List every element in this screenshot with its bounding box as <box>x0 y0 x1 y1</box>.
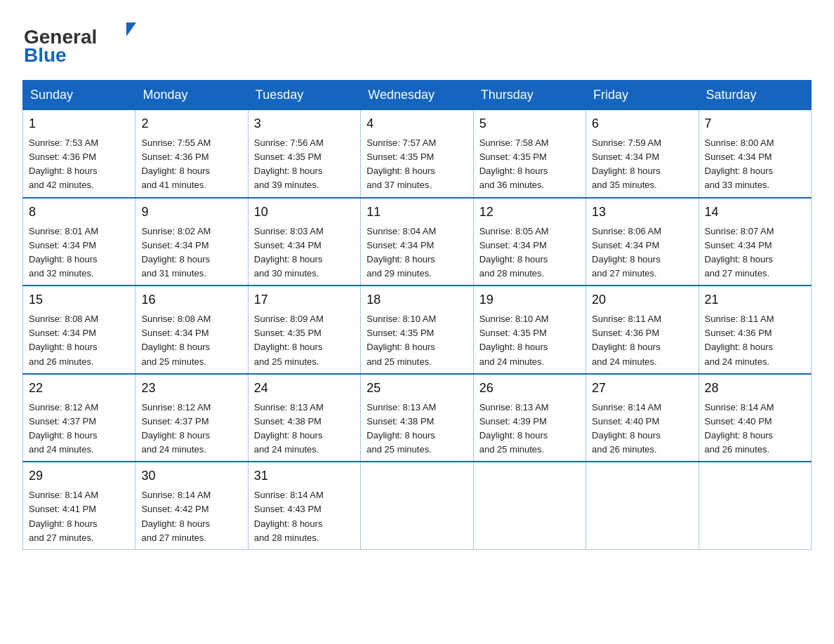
calendar-cell: 28Sunrise: 8:14 AMSunset: 4:40 PMDayligh… <box>699 374 811 462</box>
day-info: Sunrise: 8:07 AMSunset: 4:34 PMDaylight:… <box>705 224 805 281</box>
calendar-cell: 12Sunrise: 8:05 AMSunset: 4:34 PMDayligh… <box>473 198 585 286</box>
day-number: 24 <box>254 379 355 398</box>
calendar-cell: 5Sunrise: 7:58 AMSunset: 4:35 PMDaylight… <box>473 110 585 198</box>
calendar-cell: 31Sunrise: 8:14 AMSunset: 4:43 PMDayligh… <box>248 462 360 549</box>
calendar-week-row: 22Sunrise: 8:12 AMSunset: 4:37 PMDayligh… <box>23 374 812 462</box>
calendar-cell <box>361 462 473 549</box>
day-info: Sunrise: 8:13 AMSunset: 4:38 PMDaylight:… <box>366 401 467 457</box>
day-info: Sunrise: 8:00 AMSunset: 4:34 PMDaylight:… <box>705 136 805 193</box>
calendar-cell: 25Sunrise: 8:13 AMSunset: 4:38 PMDayligh… <box>361 374 473 462</box>
day-number: 14 <box>705 203 805 222</box>
day-number: 17 <box>254 290 355 309</box>
calendar-week-row: 1Sunrise: 7:53 AMSunset: 4:36 PMDaylight… <box>23 110 812 198</box>
calendar-cell: 11Sunrise: 8:04 AMSunset: 4:34 PMDayligh… <box>361 198 473 286</box>
calendar-cell: 15Sunrise: 8:08 AMSunset: 4:34 PMDayligh… <box>23 286 135 374</box>
col-header-thursday: Thursday <box>473 81 585 110</box>
svg-text:Blue: Blue <box>24 44 67 66</box>
day-info: Sunrise: 8:13 AMSunset: 4:38 PMDaylight:… <box>254 401 355 457</box>
day-info: Sunrise: 8:09 AMSunset: 4:35 PMDaylight:… <box>254 312 355 369</box>
day-info: Sunrise: 8:13 AMSunset: 4:39 PMDaylight:… <box>479 401 580 457</box>
calendar-cell: 6Sunrise: 7:59 AMSunset: 4:34 PMDaylight… <box>586 110 699 198</box>
day-info: Sunrise: 8:04 AMSunset: 4:34 PMDaylight:… <box>366 224 467 281</box>
calendar-cell: 20Sunrise: 8:11 AMSunset: 4:36 PMDayligh… <box>586 286 699 374</box>
calendar-cell: 8Sunrise: 8:01 AMSunset: 4:34 PMDaylight… <box>23 198 135 286</box>
day-info: Sunrise: 8:05 AMSunset: 4:34 PMDaylight:… <box>479 224 580 281</box>
calendar-cell: 23Sunrise: 8:12 AMSunset: 4:37 PMDayligh… <box>135 374 248 462</box>
day-number: 21 <box>705 290 805 309</box>
day-number: 9 <box>141 203 241 222</box>
calendar-cell: 22Sunrise: 8:12 AMSunset: 4:37 PMDayligh… <box>23 374 135 462</box>
calendar-cell: 18Sunrise: 8:10 AMSunset: 4:35 PMDayligh… <box>361 286 473 374</box>
col-header-sunday: Sunday <box>23 81 135 110</box>
day-info: Sunrise: 8:08 AMSunset: 4:34 PMDaylight:… <box>29 312 129 369</box>
day-number: 20 <box>592 290 692 309</box>
day-number: 5 <box>479 114 580 133</box>
day-info: Sunrise: 8:01 AMSunset: 4:34 PMDaylight:… <box>29 224 129 281</box>
calendar-cell: 27Sunrise: 8:14 AMSunset: 4:40 PMDayligh… <box>586 374 699 462</box>
day-info: Sunrise: 8:14 AMSunset: 4:43 PMDaylight:… <box>254 488 355 545</box>
col-header-friday: Friday <box>586 81 699 110</box>
svg-marker-1 <box>126 22 136 36</box>
day-number: 23 <box>141 379 241 398</box>
calendar-cell: 2Sunrise: 7:55 AMSunset: 4:36 PMDaylight… <box>135 110 248 198</box>
day-info: Sunrise: 8:10 AMSunset: 4:35 PMDaylight:… <box>366 312 467 369</box>
day-info: Sunrise: 7:55 AMSunset: 4:36 PMDaylight:… <box>141 136 241 193</box>
day-number: 22 <box>29 379 129 398</box>
page-header: General Blue <box>22 17 812 69</box>
calendar-cell: 9Sunrise: 8:02 AMSunset: 4:34 PMDaylight… <box>135 198 248 286</box>
calendar-cell: 16Sunrise: 8:08 AMSunset: 4:34 PMDayligh… <box>135 286 248 374</box>
day-info: Sunrise: 7:59 AMSunset: 4:34 PMDaylight:… <box>592 136 692 193</box>
calendar-cell: 10Sunrise: 8:03 AMSunset: 4:34 PMDayligh… <box>248 198 360 286</box>
day-number: 19 <box>479 290 580 309</box>
day-number: 4 <box>366 114 467 133</box>
calendar-cell <box>473 462 585 549</box>
day-info: Sunrise: 8:06 AMSunset: 4:34 PMDaylight:… <box>592 224 692 281</box>
day-number: 2 <box>141 114 241 133</box>
calendar-cell: 19Sunrise: 8:10 AMSunset: 4:35 PMDayligh… <box>473 286 585 374</box>
day-number: 8 <box>29 203 129 222</box>
calendar-cell: 4Sunrise: 7:57 AMSunset: 4:35 PMDaylight… <box>361 110 473 198</box>
day-info: Sunrise: 8:12 AMSunset: 4:37 PMDaylight:… <box>29 401 129 457</box>
day-number: 26 <box>479 379 580 398</box>
calendar-week-row: 8Sunrise: 8:01 AMSunset: 4:34 PMDaylight… <box>23 198 812 286</box>
day-info: Sunrise: 8:14 AMSunset: 4:40 PMDaylight:… <box>592 401 692 457</box>
calendar-cell: 1Sunrise: 7:53 AMSunset: 4:36 PMDaylight… <box>23 110 135 198</box>
day-info: Sunrise: 8:10 AMSunset: 4:35 PMDaylight:… <box>479 312 580 369</box>
calendar-cell: 7Sunrise: 8:00 AMSunset: 4:34 PMDaylight… <box>699 110 811 198</box>
day-info: Sunrise: 8:11 AMSunset: 4:36 PMDaylight:… <box>592 312 692 369</box>
calendar-cell: 26Sunrise: 8:13 AMSunset: 4:39 PMDayligh… <box>473 374 585 462</box>
calendar-header-row: SundayMondayTuesdayWednesdayThursdayFrid… <box>23 81 812 110</box>
day-number: 7 <box>705 114 805 133</box>
calendar-cell: 24Sunrise: 8:13 AMSunset: 4:38 PMDayligh… <box>248 374 360 462</box>
day-info: Sunrise: 8:02 AMSunset: 4:34 PMDaylight:… <box>141 224 241 281</box>
calendar-cell: 14Sunrise: 8:07 AMSunset: 4:34 PMDayligh… <box>699 198 811 286</box>
day-number: 12 <box>479 203 580 222</box>
col-header-monday: Monday <box>135 81 248 110</box>
day-number: 15 <box>29 290 129 309</box>
day-number: 28 <box>705 379 805 398</box>
day-number: 29 <box>29 467 129 485</box>
day-number: 13 <box>592 203 692 222</box>
logo: General Blue <box>22 17 142 69</box>
day-info: Sunrise: 7:56 AMSunset: 4:35 PMDaylight:… <box>254 136 355 193</box>
day-info: Sunrise: 7:58 AMSunset: 4:35 PMDaylight:… <box>479 136 580 193</box>
day-info: Sunrise: 8:14 AMSunset: 4:41 PMDaylight:… <box>29 488 129 545</box>
col-header-wednesday: Wednesday <box>361 81 473 110</box>
calendar-cell: 30Sunrise: 8:14 AMSunset: 4:42 PMDayligh… <box>135 462 248 549</box>
calendar-cell: 3Sunrise: 7:56 AMSunset: 4:35 PMDaylight… <box>248 110 360 198</box>
day-info: Sunrise: 8:14 AMSunset: 4:42 PMDaylight:… <box>141 488 241 545</box>
day-number: 18 <box>366 290 467 309</box>
calendar-week-row: 29Sunrise: 8:14 AMSunset: 4:41 PMDayligh… <box>23 462 812 549</box>
day-info: Sunrise: 8:11 AMSunset: 4:36 PMDaylight:… <box>705 312 805 369</box>
col-header-saturday: Saturday <box>699 81 811 110</box>
calendar-table: SundayMondayTuesdayWednesdayThursdayFrid… <box>22 80 812 550</box>
calendar-cell: 17Sunrise: 8:09 AMSunset: 4:35 PMDayligh… <box>248 286 360 374</box>
day-number: 16 <box>141 290 241 309</box>
day-number: 27 <box>592 379 692 398</box>
day-number: 31 <box>254 467 355 485</box>
day-info: Sunrise: 8:14 AMSunset: 4:40 PMDaylight:… <box>705 401 805 457</box>
logo-wordmark: General Blue <box>22 17 142 69</box>
day-number: 25 <box>366 379 467 398</box>
col-header-tuesday: Tuesday <box>248 81 360 110</box>
calendar-cell <box>699 462 811 549</box>
